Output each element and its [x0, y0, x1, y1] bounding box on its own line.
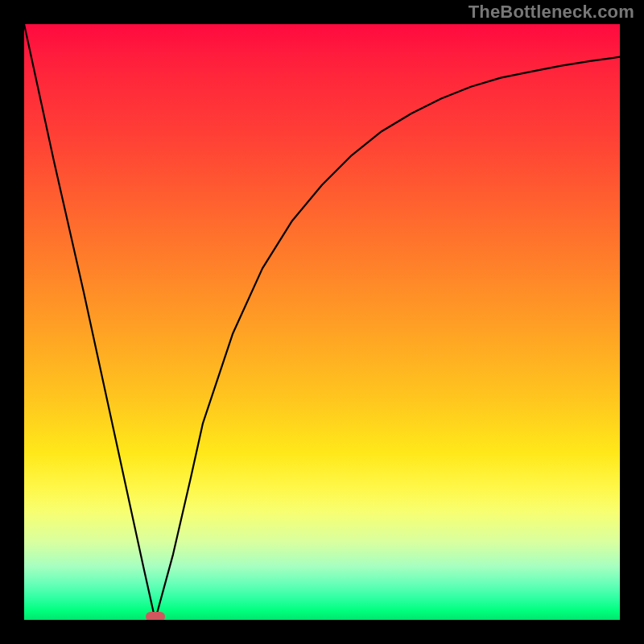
curve-svg — [24, 24, 620, 620]
min-marker — [146, 612, 165, 620]
bottleneck-curve — [24, 24, 620, 620]
plot-area — [24, 24, 620, 620]
watermark-text: TheBottleneck.com — [469, 2, 634, 23]
chart-frame: TheBottleneck.com — [0, 0, 644, 644]
